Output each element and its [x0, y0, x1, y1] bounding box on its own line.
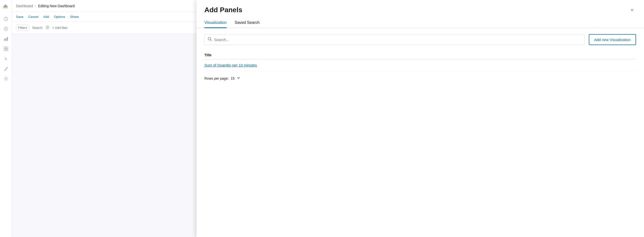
modal-search-box: [204, 34, 585, 45]
rows-per-page-label: Rows per page:: [204, 76, 229, 80]
sidebar-icon-compass[interactable]: [2, 25, 10, 33]
sidebar-icon-grid[interactable]: [2, 45, 10, 53]
breadcrumb-parent[interactable]: Dashboard: [16, 4, 33, 8]
add-button[interactable]: Add: [43, 15, 49, 19]
svg-rect-6: [4, 47, 6, 49]
table-row: Sum of Quantity per 10 minutes: [204, 59, 636, 71]
svg-point-1: [4, 27, 8, 31]
filters-label: Filters: [16, 25, 29, 31]
sidebar-icon-text[interactable]: A: [2, 55, 10, 63]
modal-close-button[interactable]: ×: [628, 6, 636, 14]
save-button[interactable]: Save: [16, 15, 23, 19]
svg-rect-9: [6, 49, 8, 51]
modal-header: Add Panels ×: [196, 0, 644, 14]
visualization-link[interactable]: Sum of Quantity per 10 minutes: [204, 63, 257, 67]
svg-rect-8: [4, 49, 6, 51]
modal-tabs: Visualization Saved Search: [196, 18, 644, 28]
breadcrumb-separator: ›: [35, 4, 36, 8]
cancel-button[interactable]: Cancel: [28, 15, 38, 19]
svg-rect-7: [6, 47, 8, 49]
add-panels-modal: Add Panels × Visualization Saved Search …: [196, 0, 644, 237]
sidebar-icon-gear[interactable]: [2, 75, 10, 83]
app-logo[interactable]: [2, 3, 10, 11]
sidebar: A: [0, 0, 12, 237]
breadcrumb: Dashboard › Editing New Dashboard: [16, 4, 74, 8]
filter-settings-icon[interactable]: [46, 25, 50, 30]
svg-rect-5: [7, 37, 8, 41]
svg-point-13: [208, 37, 211, 40]
sidebar-icon-wrench[interactable]: [2, 65, 10, 73]
tab-visualization[interactable]: Visualization: [204, 18, 227, 28]
breadcrumb-current: Editing New Dashboard: [38, 4, 74, 8]
sidebar-icon-chart[interactable]: [2, 35, 10, 43]
svg-rect-3: [4, 39, 5, 41]
svg-point-2: [6, 28, 6, 29]
svg-rect-4: [6, 38, 6, 41]
share-button[interactable]: Share: [70, 15, 79, 19]
tab-saved-search[interactable]: Saved Search: [235, 18, 260, 28]
visualizations-table: Title Sum of Quantity per 10 minutes: [204, 51, 636, 71]
search-icon: [208, 37, 212, 42]
search-input[interactable]: [214, 38, 582, 42]
search-label: Search: [32, 26, 42, 30]
add-new-visualization-button[interactable]: Add new Visualization: [589, 34, 636, 45]
modal-search-row: Add new Visualization: [204, 34, 636, 45]
modal-content: Add new Visualization Title Sum of Quant…: [196, 28, 644, 237]
svg-point-11: [5, 78, 6, 79]
modal-title: Add Panels: [204, 6, 242, 14]
add-filter-label[interactable]: + Add filter: [52, 26, 68, 30]
sidebar-icon-clock[interactable]: [2, 15, 10, 23]
rows-per-page-value: 15: [231, 76, 235, 80]
rows-per-page-chevron-icon[interactable]: [237, 76, 240, 80]
options-button[interactable]: Options: [54, 15, 65, 19]
rows-per-page: Rows per page: 15: [204, 76, 636, 80]
svg-text:A: A: [4, 57, 7, 61]
table-header-title: Title: [204, 51, 636, 59]
